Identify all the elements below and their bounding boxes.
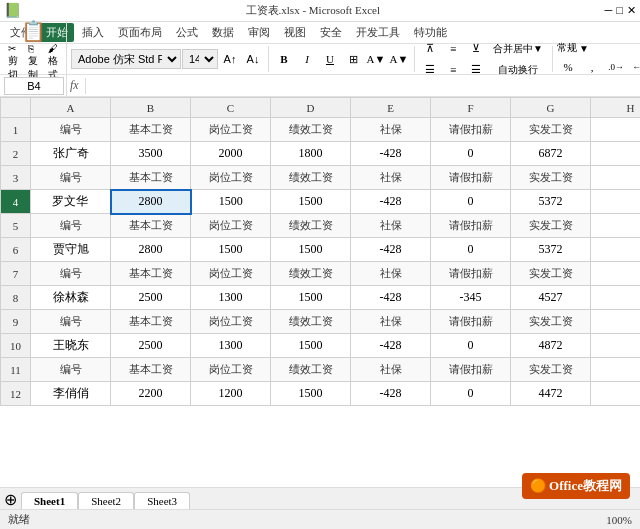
border-btn[interactable]: ⊞ bbox=[342, 49, 364, 69]
cell-r2-c0[interactable]: 张广奇 bbox=[31, 142, 111, 166]
row-header-2[interactable]: 2 bbox=[1, 142, 31, 166]
cell-r5-c1[interactable]: 基本工资 bbox=[111, 214, 191, 238]
cell-r3-c2[interactable]: 岗位工资 bbox=[191, 166, 271, 190]
cell-r9-c7[interactable] bbox=[591, 310, 641, 334]
cell-r8-c7[interactable] bbox=[591, 286, 641, 310]
cell-r10-c4[interactable]: -428 bbox=[351, 334, 431, 358]
cell-r2-c7[interactable] bbox=[591, 142, 641, 166]
sheet-tab-3[interactable]: Sheet3 bbox=[134, 492, 190, 509]
cell-r10-c5[interactable]: 0 bbox=[431, 334, 511, 358]
cell-r1-c6[interactable]: 实发工资 bbox=[511, 118, 591, 142]
col-header-b[interactable]: B bbox=[111, 98, 191, 118]
cell-r4-c0[interactable]: 罗文华 bbox=[31, 190, 111, 214]
increase-font-btn[interactable]: A↑ bbox=[219, 49, 241, 69]
cell-r1-c7[interactable] bbox=[591, 118, 641, 142]
cell-r6-c2[interactable]: 1500 bbox=[191, 238, 271, 262]
cell-r12-c0[interactable]: 李俏俏 bbox=[31, 382, 111, 406]
font-color-btn[interactable]: A▼ bbox=[388, 49, 410, 69]
cell-r11-c2[interactable]: 岗位工资 bbox=[191, 358, 271, 382]
col-header-a[interactable]: A bbox=[31, 98, 111, 118]
percent-btn[interactable]: % bbox=[557, 57, 579, 77]
cell-r10-c2[interactable]: 1300 bbox=[191, 334, 271, 358]
cell-r6-c7[interactable] bbox=[591, 238, 641, 262]
col-header-h[interactable]: H bbox=[591, 98, 641, 118]
row-header-7[interactable]: 7 bbox=[1, 262, 31, 286]
cell-r11-c3[interactable]: 绩效工资 bbox=[271, 358, 351, 382]
cell-r10-c0[interactable]: 王晓东 bbox=[31, 334, 111, 358]
row-header-10[interactable]: 10 bbox=[1, 334, 31, 358]
menu-page-layout[interactable]: 页面布局 bbox=[112, 23, 168, 42]
cell-r4-c6[interactable]: 5372 bbox=[511, 190, 591, 214]
cell-r6-c3[interactable]: 1500 bbox=[271, 238, 351, 262]
cell-r4-c1[interactable]: 2800 bbox=[111, 190, 191, 214]
cell-r2-c6[interactable]: 6872 bbox=[511, 142, 591, 166]
cell-r8-c4[interactable]: -428 bbox=[351, 286, 431, 310]
cell-r7-c2[interactable]: 岗位工资 bbox=[191, 262, 271, 286]
cell-r4-c5[interactable]: 0 bbox=[431, 190, 511, 214]
cell-r3-c5[interactable]: 请假扣薪 bbox=[431, 166, 511, 190]
menu-review[interactable]: 审阅 bbox=[242, 23, 276, 42]
cell-r5-c7[interactable] bbox=[591, 214, 641, 238]
col-header-c[interactable]: C bbox=[191, 98, 271, 118]
font-family-select[interactable]: Adobe 仿宋 Std R bbox=[71, 49, 181, 69]
cell-r10-c1[interactable]: 2500 bbox=[111, 334, 191, 358]
cell-r2-c4[interactable]: -428 bbox=[351, 142, 431, 166]
cell-r3-c6[interactable]: 实发工资 bbox=[511, 166, 591, 190]
maximize-btn[interactable]: □ bbox=[616, 4, 623, 17]
cell-r1-c1[interactable]: 基本工资 bbox=[111, 118, 191, 142]
cell-r10-c3[interactable]: 1500 bbox=[271, 334, 351, 358]
cell-r7-c3[interactable]: 绩效工资 bbox=[271, 262, 351, 286]
row-header-4[interactable]: 4 bbox=[1, 190, 31, 214]
col-header-d[interactable]: D bbox=[271, 98, 351, 118]
cell-r8-c3[interactable]: 1500 bbox=[271, 286, 351, 310]
cell-r11-c1[interactable]: 基本工资 bbox=[111, 358, 191, 382]
cell-r4-c4[interactable]: -428 bbox=[351, 190, 431, 214]
fill-color-btn[interactable]: A▼ bbox=[365, 49, 387, 69]
cell-r4-c7[interactable] bbox=[591, 190, 641, 214]
cell-r3-c4[interactable]: 社保 bbox=[351, 166, 431, 190]
cell-r11-c5[interactable]: 请假扣薪 bbox=[431, 358, 511, 382]
row-header-1[interactable]: 1 bbox=[1, 118, 31, 142]
menu-formula[interactable]: 公式 bbox=[170, 23, 204, 42]
cell-r9-c4[interactable]: 社保 bbox=[351, 310, 431, 334]
cell-r1-c2[interactable]: 岗位工资 bbox=[191, 118, 271, 142]
cell-r3-c3[interactable]: 绩效工资 bbox=[271, 166, 351, 190]
font-size-select[interactable]: 14 bbox=[182, 49, 218, 69]
row-header-8[interactable]: 8 bbox=[1, 286, 31, 310]
cell-r9-c0[interactable]: 编号 bbox=[31, 310, 111, 334]
cell-r9-c5[interactable]: 请假扣薪 bbox=[431, 310, 511, 334]
row-header-12[interactable]: 12 bbox=[1, 382, 31, 406]
cell-r10-c6[interactable]: 4872 bbox=[511, 334, 591, 358]
cell-r9-c6[interactable]: 实发工资 bbox=[511, 310, 591, 334]
cell-r12-c3[interactable]: 1500 bbox=[271, 382, 351, 406]
row-header-5[interactable]: 5 bbox=[1, 214, 31, 238]
cell-r7-c6[interactable]: 实发工资 bbox=[511, 262, 591, 286]
cell-r3-c7[interactable] bbox=[591, 166, 641, 190]
cell-r5-c6[interactable]: 实发工资 bbox=[511, 214, 591, 238]
cell-r2-c2[interactable]: 2000 bbox=[191, 142, 271, 166]
cell-r6-c6[interactable]: 5372 bbox=[511, 238, 591, 262]
menu-security[interactable]: 安全 bbox=[314, 23, 348, 42]
cell-r2-c3[interactable]: 1800 bbox=[271, 142, 351, 166]
cell-r5-c0[interactable]: 编号 bbox=[31, 214, 111, 238]
menu-view[interactable]: 视图 bbox=[278, 23, 312, 42]
cell-r7-c5[interactable]: 请假扣薪 bbox=[431, 262, 511, 286]
cell-r12-c4[interactable]: -428 bbox=[351, 382, 431, 406]
col-header-g[interactable]: G bbox=[511, 98, 591, 118]
cell-r5-c3[interactable]: 绩效工资 bbox=[271, 214, 351, 238]
cell-r9-c1[interactable]: 基本工资 bbox=[111, 310, 191, 334]
cell-r4-c2[interactable]: 1500 bbox=[191, 190, 271, 214]
sheet-tab-1[interactable]: Sheet1 bbox=[21, 492, 78, 509]
menu-insert[interactable]: 插入 bbox=[76, 23, 110, 42]
cell-r8-c1[interactable]: 2500 bbox=[111, 286, 191, 310]
cell-r9-c3[interactable]: 绩效工资 bbox=[271, 310, 351, 334]
comma-btn[interactable]: , bbox=[581, 57, 603, 77]
cell-r1-c0[interactable]: 编号 bbox=[31, 118, 111, 142]
cell-r7-c7[interactable] bbox=[591, 262, 641, 286]
cell-r6-c1[interactable]: 2800 bbox=[111, 238, 191, 262]
sheet-tab-2[interactable]: Sheet2 bbox=[78, 492, 134, 509]
cell-r6-c0[interactable]: 贾守旭 bbox=[31, 238, 111, 262]
cell-r10-c7[interactable] bbox=[591, 334, 641, 358]
cell-r11-c4[interactable]: 社保 bbox=[351, 358, 431, 382]
cell-r2-c5[interactable]: 0 bbox=[431, 142, 511, 166]
